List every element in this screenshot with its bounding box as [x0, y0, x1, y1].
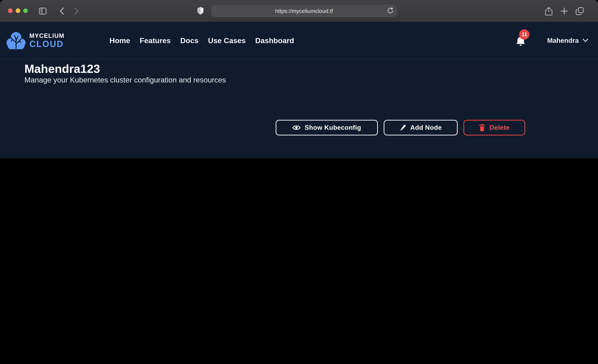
add-node-button[interactable]: Add Node [384, 120, 458, 135]
nav-item-docs[interactable]: Docs [180, 36, 199, 45]
notification-badge: 11 [519, 29, 530, 40]
forward-button[interactable] [72, 7, 81, 16]
navbar-right: 11 Mahendra [516, 33, 588, 49]
address-bar-url: https://myceliumcloud.tf [275, 8, 333, 14]
show-kubeconfig-label: Show Kubeconfig [305, 124, 361, 131]
main-navigation: Home Features Docs Use Cases Dashboard [109, 36, 294, 45]
mycelium-cloud-logo-icon [6, 31, 26, 50]
new-tab-icon[interactable] [560, 7, 569, 16]
user-name: Mahendra [547, 36, 579, 44]
page-title: Mahendra123 [25, 62, 100, 76]
nav-item-use-cases[interactable]: Use Cases [208, 36, 246, 45]
nav-item-dashboard[interactable]: Dashboard [255, 36, 294, 45]
user-menu[interactable]: Mahendra [547, 36, 588, 44]
minimize-window-button[interactable] [16, 8, 20, 13]
show-kubeconfig-button[interactable]: Show Kubeconfig [276, 120, 378, 135]
tab-overview-icon[interactable] [575, 7, 584, 16]
browser-window: https://myceliumcloud.tf [0, 0, 598, 158]
top-navbar: MYCELIUM CLOUD Home Features Docs Use Ca… [0, 22, 598, 59]
share-icon[interactable] [544, 7, 553, 16]
pencil-icon [399, 124, 406, 131]
back-button[interactable] [57, 7, 66, 16]
add-node-label: Add Node [410, 124, 442, 131]
delete-cluster-label: Delete [490, 124, 510, 131]
close-window-button[interactable] [8, 8, 13, 13]
eye-icon [292, 125, 300, 131]
nav-item-features[interactable]: Features [140, 36, 171, 45]
trash-icon [479, 124, 485, 131]
privacy-shield-icon[interactable] [196, 6, 205, 15]
browser-toolbar: https://myceliumcloud.tf [0, 0, 598, 22]
notifications-button[interactable]: 11 [516, 36, 526, 49]
window-controls [8, 8, 28, 13]
zoom-window-button[interactable] [23, 8, 28, 13]
reload-icon[interactable] [387, 7, 393, 15]
brand-logo-text: MYCELIUM CLOUD [29, 33, 64, 48]
logo-line1: MYCELIUM [29, 33, 64, 39]
delete-cluster-button[interactable]: Delete [463, 120, 525, 135]
brand-logo[interactable]: MYCELIUM CLOUD [6, 31, 64, 50]
logo-line2: CLOUD [29, 40, 64, 48]
sidebar-toggle-icon[interactable] [38, 7, 47, 16]
cluster-actions: Show Kubeconfig Add Node Delete [276, 120, 525, 135]
chevron-down-icon [582, 39, 588, 42]
page-viewport: Mahendra123 Manage your Kubernetes clust… [0, 22, 598, 158]
page-subtitle: Manage your Kubernetes cluster configura… [25, 75, 226, 84]
nav-item-home[interactable]: Home [109, 36, 130, 45]
address-bar[interactable]: https://myceliumcloud.tf [211, 5, 397, 17]
